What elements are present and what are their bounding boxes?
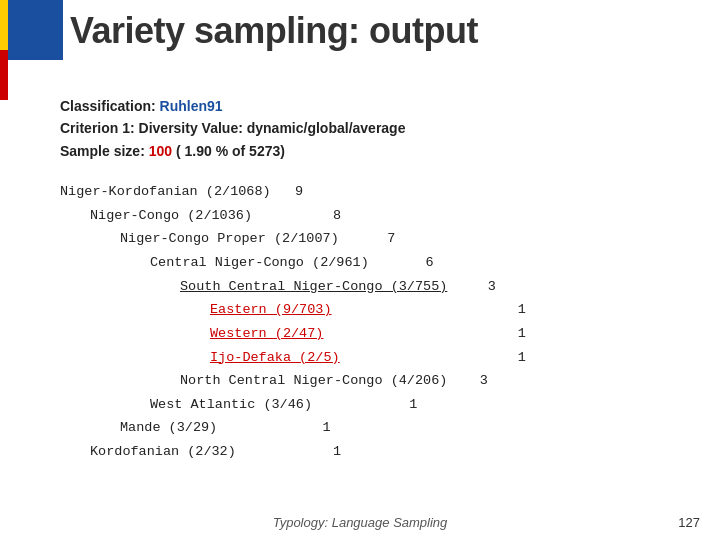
content-area: Classification: Ruhlen91 Criterion 1: Di… — [60, 95, 700, 510]
page-number: 127 — [678, 515, 700, 530]
south-central-label: South Central Niger-Congo (3/755) — [180, 279, 447, 294]
classification-source: Ruhlen91 — [160, 98, 223, 114]
sample-line: Sample size: 100 ( 1.90 % of 5273) — [60, 140, 700, 162]
classification-label: Classification: — [60, 98, 156, 114]
western-label: Western (2/47) — [210, 326, 323, 341]
tree-line-2: Niger-Congo (2/1036) 8 — [90, 204, 700, 228]
footer-text: Typology: Language Sampling — [273, 515, 448, 530]
criterion-line: Criterion 1: Diversity Value: dynamic/gl… — [60, 117, 700, 139]
tree-line-1: Niger-Kordofanian (2/1068) 9 — [60, 180, 700, 204]
tree-line-west-atlantic: West Atlantic (3/46) 1 — [150, 393, 700, 417]
tree-line-kordofanian: Kordofanian (2/32) 1 — [90, 440, 700, 464]
tree-line-4: Central Niger-Congo (2/961) 6 — [150, 251, 700, 275]
sample-value: 100 — [149, 143, 172, 159]
tree-line-eastern: Eastern (9/703) 1 — [210, 298, 700, 322]
accent-bar — [0, 0, 8, 100]
sample-rest: ( 1.90 % of 5273) — [176, 143, 285, 159]
tree-block: Niger-Kordofanian (2/1068) 9 Niger-Congo… — [60, 180, 700, 464]
classification-block: Classification: Ruhlen91 Criterion 1: Di… — [60, 95, 700, 162]
title-area: Variety sampling: output — [70, 10, 700, 52]
tree-line-mande: Mande (3/29) 1 — [120, 416, 700, 440]
page-title: Variety sampling: output — [70, 10, 700, 52]
sample-label: Sample size: — [60, 143, 145, 159]
blue-square-decoration — [8, 0, 63, 60]
tree-line-3: Niger-Congo Proper (2/1007) 7 — [120, 227, 700, 251]
tree-line-5: South Central Niger-Congo (3/755) 3 — [180, 275, 700, 299]
tree-line-north-central: North Central Niger-Congo (4/206) 3 — [180, 369, 700, 393]
eastern-label: Eastern (9/703) — [210, 302, 332, 317]
ijo-label: Ijo-Defaka (2/5) — [210, 350, 340, 365]
tree-line-ijo: Ijo-Defaka (2/5) 1 — [210, 346, 700, 370]
footer: Typology: Language Sampling — [0, 515, 720, 530]
classification-line: Classification: Ruhlen91 — [60, 95, 700, 117]
tree-line-western: Western (2/47) 1 — [210, 322, 700, 346]
